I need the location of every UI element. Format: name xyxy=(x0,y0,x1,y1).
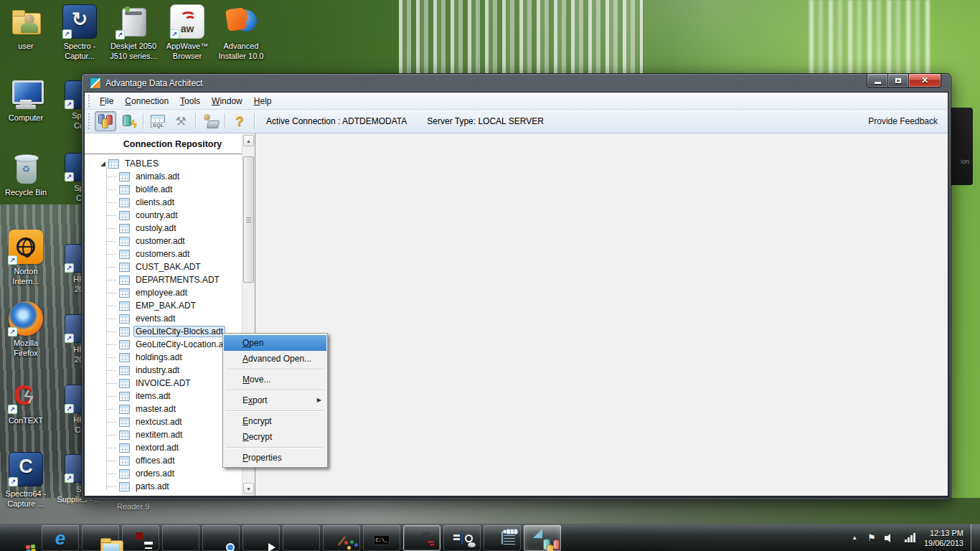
sql-utility-button[interactable] xyxy=(147,111,169,131)
desktop-icon-spectro[interactable]: C Spectro64 - Capture ... xyxy=(0,452,52,509)
tree-item[interactable]: nextord.adt xyxy=(85,441,242,454)
network-signal-icon[interactable] xyxy=(905,533,915,542)
tree-item[interactable]: INVOICE.ADT xyxy=(85,377,242,390)
tree-item[interactable]: offices.adt xyxy=(85,454,242,467)
taskbar-eclipse-button[interactable] xyxy=(162,525,199,551)
desktop-icon-norton[interactable]: Norton Intern... xyxy=(0,230,52,286)
scroll-down-arrow[interactable]: ▼ xyxy=(243,483,254,494)
tree-item[interactable]: customers.adt xyxy=(85,248,242,260)
tree-item[interactable]: nextcust.adt xyxy=(85,415,242,428)
tree-item[interactable]: items.adt xyxy=(85,390,242,402)
show-hidden-icons-button[interactable]: ▲ xyxy=(846,534,863,541)
context-menu-item[interactable]: Properties xyxy=(224,450,326,466)
tree-item[interactable]: GeoLiteCity-Blocks.adt xyxy=(85,325,242,338)
shortcut-arrow-icon xyxy=(65,334,74,343)
taskbar-chrome-button[interactable] xyxy=(202,525,240,551)
desktop-icon-label: Spectro - Captur... xyxy=(54,41,105,61)
desktop-icon-computer[interactable]: Computer xyxy=(0,76,52,123)
tree-item[interactable]: events.adt xyxy=(85,312,242,325)
taskbar-wmp-button[interactable] xyxy=(242,525,280,551)
menu-item[interactable]: Connection xyxy=(119,94,174,108)
desktop-icon-spectro[interactable]: ↻ Spectro - Captur... xyxy=(54,4,105,61)
tree-item[interactable]: biolife.adt xyxy=(85,183,242,196)
support-button[interactable] xyxy=(199,111,221,131)
tree-item[interactable]: employee.adt xyxy=(85,286,242,299)
clock[interactable]: 12:13 PM 19/06/2013 xyxy=(924,528,963,548)
tree-item[interactable]: nextitem.adt xyxy=(85,428,242,441)
desktop-icon-user-folder[interactable]: user xyxy=(0,4,52,51)
tree-item-label: biolife.adt xyxy=(133,184,174,195)
taskbar-explorer-button[interactable] xyxy=(82,525,119,551)
desktop-icon-firefox[interactable]: Mozilla Firefox xyxy=(0,301,52,358)
desktop-icon-advinst[interactable]: Advanced Installer 10.0 xyxy=(215,4,267,61)
taskbar-ie-button[interactable]: e xyxy=(42,525,79,551)
tree-item[interactable]: industry.adt xyxy=(85,364,242,377)
taskbar-eapp-button[interactable] xyxy=(122,525,159,551)
tree-item[interactable]: parts.adt xyxy=(85,480,242,493)
taskbar-paint-button[interactable] xyxy=(323,525,360,551)
tree-item[interactable]: GeoLiteCity-Location.a xyxy=(85,338,242,351)
tree-item[interactable]: custoly.adt xyxy=(85,222,242,235)
tree-item[interactable]: DEPARTMENTS.ADT xyxy=(85,273,242,286)
desktop-icon-context[interactable]: Cϟ ConTEXT xyxy=(0,379,52,425)
shortcut-arrow-icon xyxy=(65,404,74,413)
menubar-gripper[interactable] xyxy=(88,95,92,106)
tree-item[interactable]: master.adt xyxy=(85,402,242,415)
context-menu-item[interactable]: Open xyxy=(224,335,326,351)
context-menu-item[interactable] xyxy=(226,410,324,411)
taskbar-devices-button[interactable] xyxy=(443,525,481,551)
tools-button[interactable]: ⚒ xyxy=(170,111,192,131)
title-bar[interactable]: Advantage Data Architect ✕ xyxy=(84,74,948,92)
desktop-icon-recycle[interactable]: Recycle Bin xyxy=(0,151,52,197)
menu-item[interactable]: File xyxy=(94,94,119,108)
menu-item[interactable]: Tools xyxy=(174,94,206,108)
help-button[interactable]: ? xyxy=(229,111,250,131)
context-menu-item[interactable]: Move... xyxy=(224,372,326,387)
menu-item[interactable]: Window xyxy=(206,94,248,108)
desktop-icon-printer[interactable]: Deskjet 2050 J510 series... xyxy=(108,4,159,61)
connection-databases-button[interactable] xyxy=(95,111,116,131)
context-menu-item[interactable]: Encrypt xyxy=(224,413,326,429)
tree-item[interactable]: animals.adt xyxy=(85,170,242,183)
table-icon xyxy=(119,327,130,336)
tree-item[interactable]: EMP_BAK.ADT xyxy=(85,299,242,312)
provide-feedback-link[interactable]: Provide Feedback xyxy=(868,116,938,126)
volume-icon[interactable] xyxy=(885,533,895,543)
toolbar-gripper[interactable] xyxy=(88,113,92,129)
context-menu-item[interactable]: Decrypt xyxy=(224,429,326,445)
minimize-button[interactable] xyxy=(867,74,888,88)
taskbar-firefox-button[interactable] xyxy=(283,525,320,551)
desktop-icon-appwave[interactable]: aw AppWave™ Browser xyxy=(161,4,213,61)
tree-node-tables[interactable]: TABLES xyxy=(85,157,242,170)
context-menu-item[interactable] xyxy=(226,390,324,390)
desktop-icon-label: Advanced Installer 10.0 xyxy=(215,41,267,61)
collapse-expander-icon[interactable] xyxy=(100,161,105,166)
context-menu-item[interactable] xyxy=(226,369,324,369)
desktop-icon-label-reader9[interactable]: Reader 9 xyxy=(117,502,149,511)
taskbar-appwave-button[interactable]: aw xyxy=(403,525,440,551)
tree-item[interactable]: CUST_BAK.ADT xyxy=(85,260,242,273)
taskbar-notepad-button[interactable] xyxy=(484,525,521,551)
context-menu-item[interactable]: Advanced Open... xyxy=(224,351,326,367)
taskbar-start-button[interactable] xyxy=(1,525,39,551)
modify-database-button[interactable]: ϟ xyxy=(118,111,139,131)
action-center-flag-icon[interactable]: ⚑ xyxy=(863,532,880,543)
context-menu-item[interactable] xyxy=(226,447,324,448)
close-button[interactable]: ✕ xyxy=(908,74,941,88)
show-desktop-button[interactable] xyxy=(971,524,980,551)
tree-item[interactable]: customer.adt xyxy=(85,235,242,248)
taskbar-cmd-button[interactable]: C:\_ xyxy=(363,525,400,551)
cmd-icon: C:\_ xyxy=(374,532,390,545)
tree-item[interactable]: holdings.adt xyxy=(85,351,242,364)
context-icon: Cϟ xyxy=(9,379,43,413)
maximize-button[interactable] xyxy=(888,74,908,88)
context-menu-item[interactable]: Export xyxy=(224,392,326,408)
menu-item[interactable]: Help xyxy=(248,94,278,108)
tree-item[interactable]: country.adt xyxy=(85,209,242,222)
tree-item[interactable]: orders.adt xyxy=(85,467,242,480)
table-icon xyxy=(119,211,130,220)
tree-item[interactable]: clients.adt xyxy=(85,196,242,209)
scrollbar-thumb[interactable] xyxy=(243,156,254,283)
taskbar-ads-button[interactable] xyxy=(524,525,561,551)
scroll-up-arrow[interactable]: ▲ xyxy=(243,135,254,146)
